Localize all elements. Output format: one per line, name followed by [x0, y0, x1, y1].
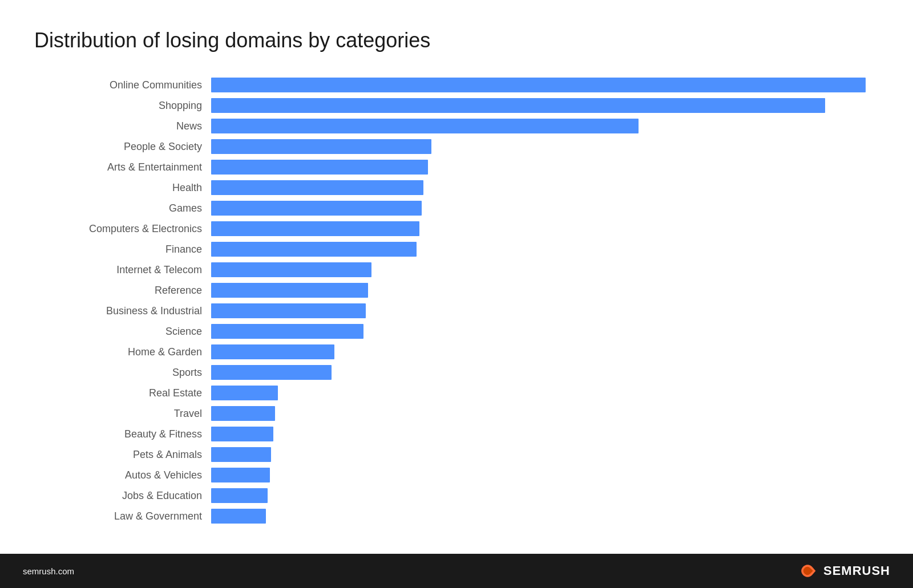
bar-wrapper [211, 262, 879, 277]
category-label: Pets & Animals [34, 449, 211, 461]
bar-wrapper [211, 139, 879, 154]
bar [211, 468, 270, 482]
chart-row: News [34, 116, 879, 136]
footer-url: semrush.com [23, 566, 74, 576]
chart-row: Arts & Entertainment [34, 157, 879, 177]
bar [211, 98, 825, 113]
bar-wrapper [211, 488, 879, 503]
category-label: Games [34, 202, 211, 214]
category-label: Law & Government [34, 510, 211, 522]
chart-title: Distribution of losing domains by catego… [34, 29, 879, 52]
category-label: Finance [34, 244, 211, 256]
category-label: Sports [34, 367, 211, 379]
category-label: News [34, 120, 211, 132]
category-label: Arts & Entertainment [34, 161, 211, 173]
bar-wrapper [211, 160, 879, 175]
category-label: Reference [34, 285, 211, 297]
bar-wrapper [211, 427, 879, 441]
bar-wrapper [211, 468, 879, 482]
bar-wrapper [211, 324, 879, 339]
bar [211, 303, 366, 318]
bar [211, 139, 431, 154]
category-label: Beauty & Fitness [34, 428, 211, 440]
chart-row: Jobs & Education [34, 486, 879, 505]
bar-wrapper [211, 447, 879, 462]
category-label: Travel [34, 408, 211, 420]
chart-row: Beauty & Fitness [34, 424, 879, 444]
chart-row: Business & Industrial [34, 301, 879, 321]
bar [211, 180, 423, 195]
chart-row: Law & Government [34, 506, 879, 526]
bar [211, 221, 419, 236]
category-label: Home & Garden [34, 346, 211, 358]
category-label: Jobs & Education [34, 490, 211, 502]
bar [211, 201, 422, 216]
chart-row: Autos & Vehicles [34, 465, 879, 485]
category-label: Real Estate [34, 387, 211, 399]
bar-wrapper [211, 303, 879, 318]
chart-row: Shopping [34, 96, 879, 115]
bar [211, 386, 278, 400]
chart-row: Health [34, 178, 879, 197]
bar-wrapper [211, 283, 879, 298]
chart-row: Sports [34, 363, 879, 382]
bar [211, 262, 371, 277]
bar [211, 78, 866, 92]
semrush-icon [797, 561, 818, 581]
chart-row: Computers & Electronics [34, 219, 879, 238]
chart-row: Pets & Animals [34, 445, 879, 464]
bar-wrapper [211, 386, 879, 400]
chart-row: Reference [34, 281, 879, 300]
chart-row: Home & Garden [34, 342, 879, 362]
bar [211, 324, 363, 339]
chart-container: Online CommunitiesShoppingNewsPeople & S… [34, 75, 879, 527]
chart-row: Internet & Telecom [34, 260, 879, 279]
chart-row: Travel [34, 404, 879, 423]
bar-wrapper [211, 406, 879, 421]
category-label: Business & Industrial [34, 305, 211, 317]
bar-wrapper [211, 509, 879, 524]
bar-wrapper [211, 344, 879, 359]
chart-row: Real Estate [34, 383, 879, 403]
bar [211, 344, 334, 359]
footer: semrush.com SEMRUSH [0, 554, 913, 588]
bar [211, 283, 368, 298]
category-label: Autos & Vehicles [34, 469, 211, 481]
bar [211, 406, 275, 421]
bar-wrapper [211, 180, 879, 195]
category-label: Computers & Electronics [34, 223, 211, 235]
category-label: Internet & Telecom [34, 264, 211, 276]
chart-row: Online Communities [34, 75, 879, 95]
main-content: Distribution of losing domains by catego… [0, 0, 913, 554]
category-label: People & Society [34, 141, 211, 153]
chart-row: Games [34, 198, 879, 218]
bar-wrapper [211, 78, 879, 92]
semrush-brand: SEMRUSH [823, 563, 890, 578]
footer-logo: SEMRUSH [797, 561, 890, 581]
bar-wrapper [211, 201, 879, 216]
bar [211, 509, 266, 524]
chart-row: Science [34, 322, 879, 341]
chart-row: People & Society [34, 137, 879, 156]
bar-wrapper [211, 221, 879, 236]
bar [211, 427, 273, 441]
bar [211, 242, 417, 257]
bar-wrapper [211, 98, 879, 113]
category-label: Health [34, 182, 211, 194]
bar [211, 160, 428, 175]
bar [211, 119, 639, 133]
bar-wrapper [211, 119, 879, 133]
category-label: Science [34, 326, 211, 338]
bar [211, 447, 271, 462]
bar [211, 488, 268, 503]
bar-wrapper [211, 242, 879, 257]
bar [211, 365, 332, 380]
category-label: Online Communities [34, 79, 211, 91]
category-label: Shopping [34, 100, 211, 112]
chart-row: Finance [34, 240, 879, 259]
bar-wrapper [211, 365, 879, 380]
